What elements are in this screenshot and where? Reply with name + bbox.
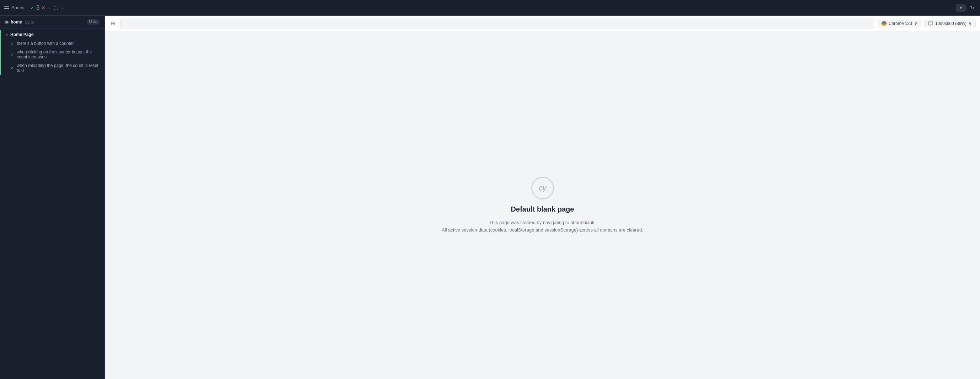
filename-ext: .cy.ts bbox=[24, 19, 34, 25]
blank-page: cy Default blank page This page was clea… bbox=[105, 31, 980, 379]
crosshair-button[interactable]: ⊕ bbox=[109, 19, 117, 28]
specs-toggle[interactable]: Specs bbox=[4, 5, 24, 10]
chrome-icon bbox=[881, 21, 886, 26]
blank-page-title: Default blank page bbox=[511, 205, 574, 213]
browser-toolbar: ⊕ Chrome 123 ∨ 1000x660 (89%) ∨ bbox=[105, 16, 980, 31]
url-bar[interactable] bbox=[120, 19, 874, 29]
specs-label: Specs bbox=[11, 5, 24, 10]
test-label-0: there's a button with a counter bbox=[17, 41, 73, 46]
filename-bold: home bbox=[11, 19, 22, 25]
top-toolbar: Specs ✓ 3 ✕ -- ◌ -- ▼ ↻ bbox=[0, 0, 980, 16]
blank-page-line1: This page was cleared by navigating to a… bbox=[489, 220, 596, 225]
refresh-icon: ↻ bbox=[970, 5, 974, 11]
pending-count: -- bbox=[60, 5, 64, 11]
fail-count: -- bbox=[47, 5, 51, 11]
file-header: ▣ home .cy.ts 61ms bbox=[0, 16, 105, 29]
test-label-2: when reloading the page, the count is re… bbox=[17, 63, 100, 73]
pass-check-icon: ✓ bbox=[30, 5, 34, 10]
file-duration-badge: 61ms bbox=[87, 19, 100, 25]
dropdown-button[interactable]: ▼ bbox=[956, 4, 966, 12]
blank-page-description: This page was cleared by navigating to a… bbox=[442, 219, 643, 234]
crosshair-icon: ⊕ bbox=[111, 20, 115, 26]
suite-item[interactable]: ∨ Home Page bbox=[0, 30, 105, 39]
chrome-browser-button[interactable]: Chrome 123 ∨ bbox=[878, 19, 921, 27]
dropdown-chevron-icon: ▼ bbox=[959, 5, 963, 10]
viewport-icon bbox=[928, 21, 933, 26]
pass-count: 3 bbox=[36, 5, 40, 11]
test-check-icon-1: ✓ bbox=[11, 52, 14, 57]
suite-chevron-icon: ∨ bbox=[6, 33, 8, 37]
main-content: ▣ home .cy.ts 61ms ∨ Home Page ✓ there's… bbox=[0, 16, 980, 379]
hamburger-icon bbox=[4, 6, 9, 9]
test-label-1: when clicking on the counter button, the… bbox=[17, 50, 100, 59]
test-item-2[interactable]: ✓ when reloading the page, the count is … bbox=[0, 61, 105, 75]
file-name: ▣ home .cy.ts bbox=[5, 19, 34, 25]
test-item-1[interactable]: ✓ when clicking on the counter button, t… bbox=[0, 48, 105, 61]
svg-rect-0 bbox=[928, 22, 933, 25]
test-check-icon-0: ✓ bbox=[11, 41, 14, 46]
browser-area: ⊕ Chrome 123 ∨ 1000x660 (89%) ∨ bbox=[105, 16, 980, 379]
browser-info: Chrome 123 ∨ 1000x660 (89%) ∨ bbox=[878, 19, 976, 27]
refresh-button[interactable]: ↻ bbox=[969, 3, 976, 12]
suite-label: Home Page bbox=[10, 32, 33, 37]
blank-page-line2: All active session data (cookies, localS… bbox=[442, 227, 643, 233]
toolbar-right: ▼ ↻ bbox=[956, 3, 976, 12]
test-item-0[interactable]: ✓ there's a button with a counter bbox=[0, 39, 105, 48]
chrome-chevron-icon: ∨ bbox=[914, 21, 917, 26]
chrome-label: Chrome 123 bbox=[889, 21, 912, 26]
test-check-icon-2: ✓ bbox=[11, 66, 14, 70]
sidebar: ▣ home .cy.ts 61ms ∨ Home Page ✓ there's… bbox=[0, 16, 105, 379]
viewport-label: 1000x660 (89%) bbox=[935, 21, 966, 26]
viewport-button[interactable]: 1000x660 (89%) ∨ bbox=[924, 19, 976, 27]
test-stats: ✓ 3 ✕ -- ◌ -- bbox=[30, 4, 64, 11]
file-icon: ▣ bbox=[5, 19, 8, 24]
pending-icon: ◌ bbox=[53, 4, 58, 11]
fail-x-icon: ✕ bbox=[41, 5, 45, 10]
cypress-logo: cy bbox=[531, 177, 554, 200]
viewport-chevron-icon: ∨ bbox=[969, 21, 972, 26]
test-list: ∨ Home Page ✓ there's a button with a co… bbox=[0, 29, 105, 379]
